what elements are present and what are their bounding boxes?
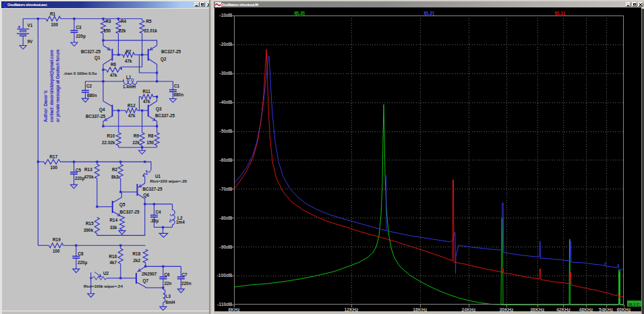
svg-text:-70dB: -70dB [219,187,232,191]
svg-text:C7: C7 [182,272,188,277]
svg-text:-90dB: -90dB [219,245,232,249]
svg-text:BC337-25: BC337-25 [120,209,140,214]
svg-text:47k: 47k [128,113,136,117]
svg-text:I[L1]: I[L1] [554,10,564,16]
svg-text:.33µ: .33µ [150,218,159,224]
svg-text:R15: R15 [86,221,94,226]
svg-text:BC327-25: BC327-25 [161,49,181,53]
svg-text:470k: 470k [84,175,94,179]
svg-text:R3: R3 [106,19,112,24]
svg-text:R5: R5 [146,19,152,24]
svg-text:R17: R17 [50,154,58,159]
svg-text:L3: L3 [166,293,171,298]
svg-text:Rtot=220 wiper=.20: Rtot=220 wiper=.20 [150,179,187,183]
svg-text:R8: R8 [148,133,154,137]
svg-text:U1: U1 [155,174,161,179]
svg-text:220µ: 220µ [78,259,88,265]
svg-text:150: 150 [147,139,154,144]
svg-text:R18: R18 [133,251,141,256]
svg-text:BC337-25: BC337-25 [86,114,106,119]
svg-text:22.02k: 22.02k [102,139,115,144]
svg-text:-80dB: -80dB [219,216,232,220]
svg-text:R7: R7 [126,49,132,53]
svg-text:100: 100 [51,164,58,169]
svg-text:-20dB: -20dB [219,42,232,46]
svg-text:Q5: Q5 [119,202,125,208]
svg-text:-30dB: -30dB [219,71,232,75]
svg-text:C3: C3 [76,25,82,30]
svg-text:47k: 47k [110,73,117,77]
svg-text:Q4: Q4 [99,106,105,112]
svg-text:22.01k: 22.01k [144,28,158,33]
svg-text:contact: davorslistdepot@gmail: contact: davorslistdepot@gmail.com [49,50,55,122]
svg-text:220n: 220n [181,281,192,286]
svg-text:R16: R16 [109,254,117,259]
svg-text:47k: 47k [143,99,150,104]
svg-text:38.1°C: 38.1°C [628,303,640,307]
svg-text:47k: 47k [125,59,132,63]
svg-text:33k: 33k [110,225,117,230]
svg-text:I[L2]: I[L2] [423,10,434,16]
svg-text:C2: C2 [86,83,92,88]
svg-text:L1: L1 [126,74,131,79]
svg-text:R14: R14 [110,218,118,222]
svg-text:R9: R9 [134,133,140,137]
svg-text:8k2: 8k2 [111,175,119,179]
svg-text:680n: 680n [174,92,184,96]
svg-text:-40dB: -40dB [219,100,232,104]
svg-text:1.4mH: 1.4mH [123,84,136,89]
svg-text:BC337-25: BC337-25 [155,113,175,118]
svg-text:2k2: 2k2 [134,257,141,262]
svg-text:R12: R12 [127,103,136,108]
svg-text:2N2907: 2N2907 [142,272,157,276]
svg-text:-10dB: -10dB [219,13,232,18]
svg-text:Q7: Q7 [143,278,149,284]
svg-text:100: 100 [51,22,59,26]
svg-text:C1: C1 [174,83,180,88]
svg-text:R10: R10 [107,133,115,137]
svg-text:-100dB: -100dB [217,273,233,278]
svg-text:R13: R13 [84,167,92,172]
svg-text:680n: 680n [87,92,97,97]
svg-text:R1: R1 [50,11,56,15]
svg-text:C4: C4 [156,209,162,214]
svg-text:Author: Davor V.: Author: Davor V. [43,90,48,122]
svg-text:Q2: Q2 [160,56,167,61]
svg-text:6mH: 6mH [166,300,175,305]
svg-text:BC327-25: BC327-25 [143,187,163,191]
svg-text:Q6: Q6 [144,193,150,198]
svg-text:100: 100 [53,249,60,253]
svg-text:-110dB: -110dB [217,302,233,307]
svg-text:R2: R2 [112,167,118,172]
svg-text:4k7: 4k7 [110,259,117,264]
svg-text:R11: R11 [143,88,151,93]
svg-text:9V: 9V [28,39,34,44]
svg-text:R6: R6 [111,61,117,66]
svg-text:BC327-25: BC327-25 [81,49,101,53]
svg-text:22k: 22k [119,28,126,33]
svg-text:Rtot=100k wiper=.54: Rtot=100k wiper=.54 [84,284,123,288]
svg-text:390k: 390k [84,227,94,232]
svg-text:or private message at Geotech: or private message at Geotech forum [55,49,61,122]
svg-text:22n: 22n [165,281,172,286]
svg-text:U2: U2 [103,271,109,276]
svg-text:.tran 0 100m 0.5u: .tran 0 100m 0.5u [63,70,97,75]
svg-text:150: 150 [104,28,111,33]
svg-text:1m4: 1m4 [176,219,185,224]
svg-text:C5: C5 [76,168,82,172]
svg-text:R19: R19 [53,237,61,242]
svg-text:22k: 22k [133,139,140,144]
svg-text:Q1: Q1 [94,55,100,60]
svg-text:V1: V1 [28,23,33,28]
svg-text:Q3: Q3 [156,106,162,112]
svg-text:C6: C6 [165,272,171,277]
svg-text:I[L3]: I[L3] [294,10,304,16]
svg-text:C8: C8 [78,251,84,256]
svg-text:220µ: 220µ [76,34,86,39]
svg-text:R4: R4 [121,19,127,24]
svg-text:-50dB: -50dB [219,129,232,133]
svg-text:220µ: 220µ [75,175,85,181]
svg-text:-60dB: -60dB [219,158,232,162]
